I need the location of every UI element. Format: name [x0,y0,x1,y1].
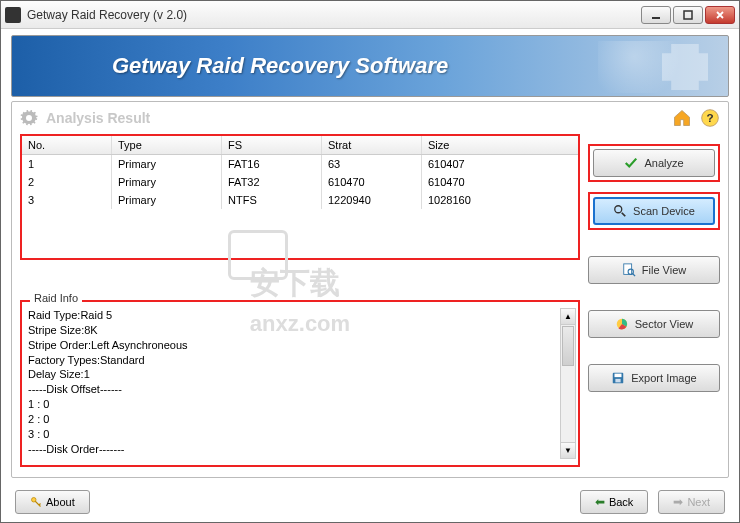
banner-title: Getway Raid Recovery Software [112,53,448,79]
raid-scrollbar[interactable]: ▲ ▼ [560,308,576,459]
section-title: Analysis Result [46,110,672,126]
home-icon[interactable] [672,108,692,128]
about-button[interactable]: About [15,490,90,514]
svg-rect-1 [684,11,692,19]
arrow-right-icon: ➡ [673,495,683,509]
gear-icon [20,109,38,127]
footer: About ⬅ Back ➡ Next [1,482,739,522]
table-header: No. Type FS Strat Size [22,136,578,155]
analyze-highlight: Analyze [588,144,720,182]
col-size[interactable]: Size [422,136,578,154]
minimize-button[interactable] [641,6,671,24]
key-icon [30,496,42,508]
raid-info-text: Raid Type:Raid 5 Stripe Size:8K Stripe O… [28,308,572,459]
col-no[interactable]: No. [22,136,112,154]
pie-icon [615,317,629,331]
col-type[interactable]: Type [112,136,222,154]
maximize-button[interactable] [673,6,703,24]
file-view-button[interactable]: File View [588,256,720,284]
scroll-thumb[interactable] [562,326,574,366]
back-button[interactable]: ⬅ Back [580,490,648,514]
save-icon [611,371,625,385]
partition-table: No. Type FS Strat Size 1 Primary FAT16 6… [20,134,580,260]
file-search-icon [622,263,636,277]
table-row[interactable]: 1 Primary FAT16 63 610407 [22,155,578,173]
scroll-down-icon[interactable]: ▼ [561,442,575,458]
svg-rect-9 [615,374,622,378]
export-image-button[interactable]: Export Image [588,364,720,392]
col-strat[interactable]: Strat [322,136,422,154]
watermark-icon [228,230,288,280]
check-icon [624,156,638,170]
arrow-left-icon: ⬅ [595,495,605,509]
window-title: Getway Raid Recovery (v 2.0) [27,8,641,22]
analyze-button[interactable]: Analyze [593,149,715,177]
banner: Getway Raid Recovery Software [11,35,729,97]
table-row[interactable]: 3 Primary NTFS 1220940 1028160 [22,191,578,209]
raid-info-panel: Raid Info Raid Type:Raid 5 Stripe Size:8… [20,300,580,467]
raid-info-legend: Raid Info [30,292,82,304]
svg-rect-0 [652,17,660,19]
svg-text:?: ? [706,111,713,124]
help-icon[interactable]: ? [700,108,720,128]
titlebar: Getway Raid Recovery (v 2.0) [1,1,739,29]
scroll-up-icon[interactable]: ▲ [561,309,575,325]
close-button[interactable] [705,6,735,24]
sector-view-button[interactable]: Sector View [588,310,720,338]
col-fs[interactable]: FS [222,136,322,154]
main-panel: Analysis Result ? No. Type FS Strat Size [11,101,729,478]
scan-highlight: Scan Device [588,192,720,230]
magnifier-icon [613,204,627,218]
svg-rect-10 [616,379,621,383]
section-header: Analysis Result ? [12,102,728,134]
puzzle-icon [662,44,708,90]
svg-point-4 [615,206,622,213]
scan-device-button[interactable]: Scan Device [593,197,715,225]
next-button[interactable]: ➡ Next [658,490,725,514]
table-row[interactable]: 2 Primary FAT32 610470 610470 [22,173,578,191]
app-icon [5,7,21,23]
